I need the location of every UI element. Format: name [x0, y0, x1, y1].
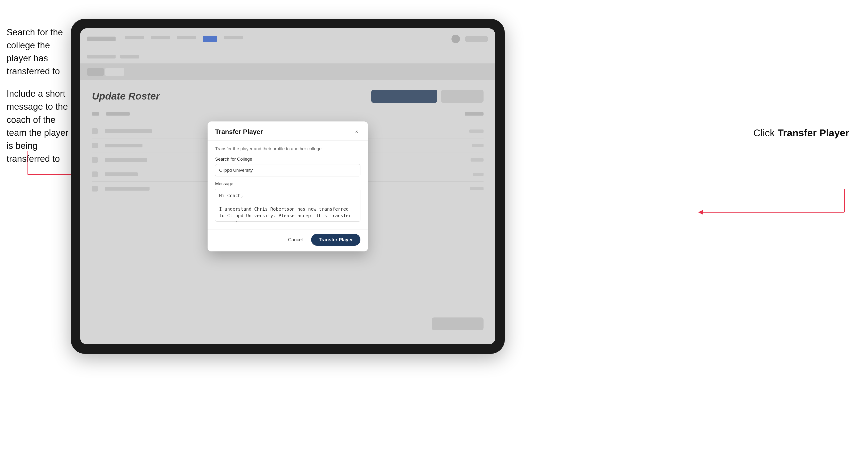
svg-marker-5	[698, 210, 703, 215]
message-textarea[interactable]: Hi Coach, I understand Chris Robertson h…	[215, 189, 361, 222]
modal-subtitle: Transfer the player and their profile to…	[215, 146, 361, 151]
modal-body: Transfer the player and their profile to…	[208, 141, 368, 229]
cancel-button[interactable]: Cancel	[284, 235, 306, 245]
right-arrow	[689, 189, 859, 226]
tablet-frame: Update Roster	[71, 19, 505, 354]
college-input[interactable]	[215, 164, 361, 177]
modal-close-button[interactable]: ×	[353, 128, 361, 135]
modal-title: Transfer Player	[215, 128, 263, 135]
transfer-player-modal: Transfer Player × Transfer the player an…	[208, 121, 368, 251]
modal-overlay: Transfer Player × Transfer the player an…	[80, 28, 495, 344]
right-annotation-prefix: Click	[753, 127, 778, 138]
right-annotation-bold: Transfer Player	[777, 127, 849, 138]
college-label: Search for College	[215, 157, 361, 162]
message-label: Message	[215, 181, 361, 186]
tablet-screen: Update Roster	[80, 28, 495, 344]
modal-footer: Cancel Transfer Player	[208, 229, 368, 251]
right-annotation: Click Transfer Player	[753, 127, 849, 139]
modal-header: Transfer Player ×	[208, 121, 368, 141]
left-annotation-text-1: Search for the college the player has tr…	[7, 26, 73, 78]
transfer-player-button[interactable]: Transfer Player	[311, 234, 361, 246]
